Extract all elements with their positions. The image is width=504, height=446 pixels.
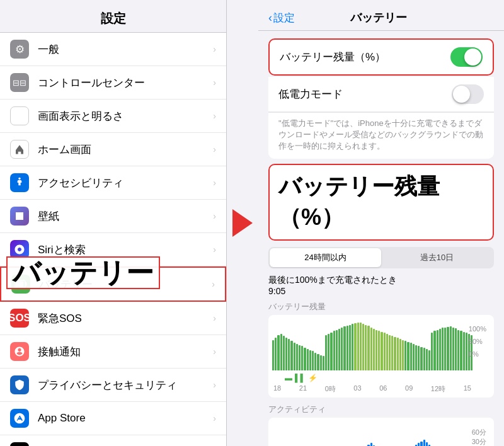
activity-bar <box>420 442 422 446</box>
battery-bar <box>336 330 338 370</box>
back-button[interactable]: ‹ 設定 <box>268 11 295 25</box>
battery-bar <box>296 344 298 370</box>
battery-bar <box>320 355 322 370</box>
arrow-container <box>227 0 258 446</box>
battery-bar <box>343 326 345 370</box>
toggle-knob <box>453 86 470 103</box>
battery-bar <box>357 323 359 370</box>
settings-item-battery[interactable]: バッテリー › バッテリー <box>0 266 226 302</box>
battery-bar <box>452 328 454 370</box>
wallet-icon <box>10 442 29 446</box>
last-charged-time: 9:05 <box>268 286 494 296</box>
general-icon: ⚙ <box>10 40 29 59</box>
low-power-note: "低電力モード"では、iPhoneを十分に充電できるまでダウンロードやメール受信… <box>268 112 494 159</box>
battery-pct-overlay: バッテリー残量（%） <box>268 164 494 241</box>
tab-10days[interactable]: 過去10日 <box>381 248 493 267</box>
wallpaper-icon <box>10 207 29 226</box>
activity-bar <box>423 440 425 446</box>
battery-bar <box>404 341 406 370</box>
chevron-icon: › <box>213 346 216 357</box>
act-y-30: 30分 <box>472 437 486 446</box>
battery-bar <box>341 328 343 370</box>
battery-bar <box>290 341 292 370</box>
battery-bar <box>418 346 420 370</box>
settings-item-general[interactable]: ⚙ 一般 › <box>0 33 226 66</box>
battery-bars <box>272 320 472 370</box>
battery-bar <box>413 344 415 370</box>
battery-bar <box>349 325 351 370</box>
appstore-label: App Store <box>38 412 213 425</box>
battery-bar <box>428 350 430 370</box>
chevron-icon: › <box>213 44 216 54</box>
y-label-100: 100% <box>469 325 486 333</box>
battery-bar <box>304 348 306 370</box>
settings-item-sos[interactable]: SOS 緊急SOS › <box>0 302 226 335</box>
settings-item-accessibility[interactable]: アクセシビリティ › <box>0 166 226 200</box>
battery-bar <box>463 332 465 370</box>
low-power-toggle[interactable] <box>452 84 484 104</box>
battery-pct-row-container: バッテリー残量（%） <box>268 38 494 76</box>
battery-chart-label: バッテリー残量 <box>268 301 494 312</box>
battery-bar <box>277 335 279 370</box>
chevron-icon: › <box>213 77 216 88</box>
time-tabs: 24時間以内 過去10日 <box>268 247 494 268</box>
settings-item-home[interactable]: ホーム画面 › <box>0 133 226 166</box>
settings-item-appstore[interactable]: App Store › <box>0 402 226 435</box>
control-center-icon: ⊟⊟ <box>10 73 29 92</box>
last-charged-section: 最後に100%まで充電されたとき 9:05 <box>258 275 504 299</box>
battery-bar <box>447 327 449 370</box>
battery-pct-toggle[interactable] <box>450 47 483 67</box>
battery-bar <box>450 326 452 370</box>
battery-bar <box>325 335 327 370</box>
home-icon <box>10 140 29 159</box>
battery-bar <box>314 353 316 370</box>
sos-icon: SOS <box>10 309 29 328</box>
x-label-6: 06 <box>379 384 387 394</box>
settings-item-display[interactable]: AA 画面表示と明るさ › <box>0 100 226 133</box>
battery-bar <box>391 336 393 370</box>
privacy-label: プライバシーとセキュリティ <box>38 378 213 392</box>
battery-bar <box>381 332 382 370</box>
battery-bar <box>437 330 438 370</box>
settings-item-control-center[interactable]: ⊟⊟ コントロールセンター › <box>0 66 226 100</box>
battery-bar <box>309 350 311 370</box>
settings-item-wallet[interactable]: ウォレットとApple Pay › <box>0 435 226 446</box>
battery-bar <box>301 346 303 370</box>
y-label-50: 50% <box>469 338 486 345</box>
appstore-icon <box>10 409 29 428</box>
battery-overlay-text: バッテリー <box>6 256 160 289</box>
right-title: バッテリー <box>295 10 462 25</box>
battery-chart: 100% 50% 0% ▬ ▌▌ ⚡ 18 21 0時 03 06 <box>268 315 494 397</box>
battery-bar <box>312 351 314 370</box>
battery-bar <box>420 347 422 370</box>
battery-bar <box>275 338 277 370</box>
battery-bar <box>294 343 295 370</box>
settings-item-privacy[interactable]: プライバシーとセキュリティ › <box>0 369 226 402</box>
battery-bar <box>466 333 467 370</box>
battery-bar <box>378 331 380 370</box>
battery-bar <box>457 330 459 370</box>
activity-chart-label: アクティビティ <box>268 404 494 415</box>
right-header: ‹ 設定 バッテリー <box>258 0 504 31</box>
back-chevron-icon: ‹ <box>268 11 272 25</box>
chevron-icon: › <box>212 279 215 289</box>
settings-item-wallpaper[interactable]: 壁紙 › <box>0 200 226 233</box>
display-icon: AA <box>10 106 29 125</box>
x-label-21: 21 <box>299 384 307 394</box>
tab-24h[interactable]: 24時間以内 <box>270 248 381 267</box>
x-label-15: 15 <box>464 384 471 394</box>
settings-item-contact[interactable]: 接触通知 › <box>0 335 226 369</box>
battery-bar <box>460 331 462 370</box>
battery-bar <box>280 334 282 370</box>
chevron-icon: › <box>213 211 216 221</box>
accessibility-label: アクセシビリティ <box>38 176 213 190</box>
low-power-section: 低電力モード "低電力モード"では、iPhoneを十分に充電できるまでダウンロー… <box>268 77 494 159</box>
siri-label: Siriと検索 <box>38 243 213 257</box>
wallpaper-label: 壁紙 <box>38 209 213 224</box>
battery-bar <box>397 338 399 370</box>
battery-bar <box>323 356 324 370</box>
chevron-icon: › <box>213 244 216 254</box>
battery-bar <box>333 331 335 370</box>
low-power-row: 低電力モード <box>268 77 494 112</box>
toggle-knob <box>464 49 481 66</box>
